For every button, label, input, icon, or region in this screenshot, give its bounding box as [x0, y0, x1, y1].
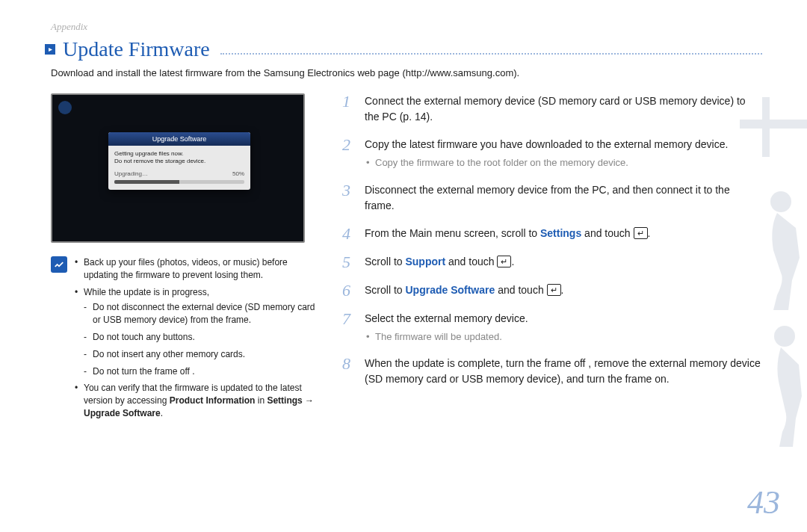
- step-highlight: Upgrade Software: [405, 284, 495, 296]
- note-text: .: [161, 408, 163, 418]
- enter-icon: ↵: [547, 284, 561, 296]
- step-body: Copy the latest firmware you have downlo…: [365, 137, 762, 170]
- step-text: and touch: [581, 227, 633, 239]
- step-sub-note: The firmware will be updated.: [365, 330, 762, 344]
- svg-point-3: [774, 326, 795, 347]
- progress-percent: 50%: [232, 170, 244, 178]
- note-item: You can verify that the firmware is upda…: [75, 382, 320, 419]
- svg-rect-1: [762, 97, 770, 157]
- step-number: 6: [342, 282, 356, 299]
- step-1: 1 Connect the external memory device (SD…: [342, 93, 762, 125]
- note-item: Back up your files (photos, videos, or m…: [75, 256, 320, 282]
- note-item: While the update is in progress, Do not …: [75, 286, 320, 378]
- step-number: 3: [342, 182, 356, 214]
- progress-row: Upgrading… 50%: [114, 170, 244, 178]
- notes-block: Back up your files (photos, videos, or m…: [51, 256, 320, 424]
- step-highlight: Support: [405, 256, 445, 267]
- note-text: While the update is in progress,: [84, 287, 209, 297]
- step-body: Disconnect the external memory device fr…: [365, 182, 762, 214]
- step-text: and touch: [445, 256, 497, 267]
- page-number: 43: [747, 483, 780, 522]
- step-number: 4: [342, 226, 356, 242]
- step-body: Select the external memory device. The f…: [365, 311, 762, 344]
- step-body: Scroll to Upgrade Software and touch ↵.: [365, 282, 762, 299]
- step-text: and touch: [495, 284, 546, 296]
- dialog-line2: Do not remove the storage device.: [114, 158, 244, 165]
- step-body: From the Main menu screen, scroll to Set…: [365, 226, 762, 242]
- enter-icon: ↵: [634, 227, 648, 239]
- page-title: Update Firmware: [63, 37, 210, 61]
- clock-icon: [58, 101, 72, 114]
- note-subitem: Do not turn the frame off .: [84, 365, 320, 378]
- step-body: Scroll to Support and touch ↵.: [365, 254, 762, 270]
- step-body: Connect the external memory device (SD m…: [365, 93, 762, 125]
- svg-point-2: [770, 191, 791, 212]
- step-5: 5 Scroll to Support and touch ↵.: [342, 254, 762, 270]
- note-bold: Product Information: [170, 395, 256, 406]
- step-number: 2: [342, 137, 356, 170]
- step-text: Scroll to: [365, 284, 405, 296]
- dialog-body: Getting upgrade files now. Do not remove…: [108, 146, 250, 190]
- step-text: Select the external memory device.: [365, 312, 528, 324]
- dialog-title: Upgrade Software: [108, 132, 250, 146]
- step-4: 4 From the Main menu screen, scroll to S…: [342, 226, 762, 242]
- title-dotted-rule: [220, 44, 762, 55]
- step-number: 1: [342, 93, 356, 125]
- step-number: 5: [342, 254, 356, 270]
- notes-list: Back up your files (photos, videos, or m…: [75, 256, 320, 424]
- step-highlight: Settings: [540, 227, 581, 239]
- progress-fill: [114, 180, 179, 184]
- notes-sublist: Do not disconnect the external device (S…: [84, 301, 320, 377]
- enter-icon: ↵: [497, 256, 511, 267]
- step-number: 8: [342, 356, 356, 387]
- note-icon: [51, 256, 67, 273]
- dialog-line1: Getting upgrade files now.: [114, 150, 244, 158]
- upgrade-dialog: Upgrade Software Getting upgrade files n…: [108, 132, 250, 190]
- step-text: Copy the latest firmware you have downlo…: [365, 138, 728, 150]
- note-subitem: Do not touch any buttons.: [84, 331, 320, 344]
- step-3: 3 Disconnect the external memory device …: [342, 182, 762, 214]
- step-sub-note: Copy the firmware to the root folder on …: [365, 155, 762, 170]
- left-column: Upgrade Software Getting upgrade files n…: [51, 93, 320, 424]
- step-8: 8 When the update is complete, turn the …: [342, 356, 762, 387]
- note-subitem: Do not insert any other memory cards.: [84, 348, 320, 361]
- device-screenshot: Upgrade Software Getting upgrade files n…: [51, 93, 305, 243]
- section-arrow-icon: [45, 44, 55, 55]
- progress-label: Upgrading…: [114, 170, 148, 178]
- step-7: 7 Select the external memory device. The…: [342, 311, 762, 344]
- progress-bar: [114, 180, 244, 184]
- intro-text: Download and install the latest firmware…: [51, 67, 762, 78]
- content-columns: Upgrade Software Getting upgrade files n…: [51, 93, 762, 424]
- step-number: 7: [342, 311, 356, 344]
- manual-page: Appendix Update Firmware Download and in…: [0, 0, 807, 532]
- step-text: From the Main menu screen, scroll to: [365, 227, 540, 239]
- note-text: in: [255, 395, 267, 406]
- step-text: Scroll to: [365, 256, 405, 267]
- right-column: 1 Connect the external memory device (SD…: [342, 93, 762, 424]
- step-2: 2 Copy the latest firmware you have down…: [342, 137, 762, 170]
- breadcrumb: Appendix: [51, 21, 762, 33]
- step-6: 6 Scroll to Upgrade Software and touch ↵…: [342, 282, 762, 299]
- title-row: Update Firmware: [45, 37, 762, 61]
- step-body: When the update is complete, turn the fr…: [365, 356, 762, 387]
- note-subitem: Do not disconnect the external device (S…: [84, 301, 320, 327]
